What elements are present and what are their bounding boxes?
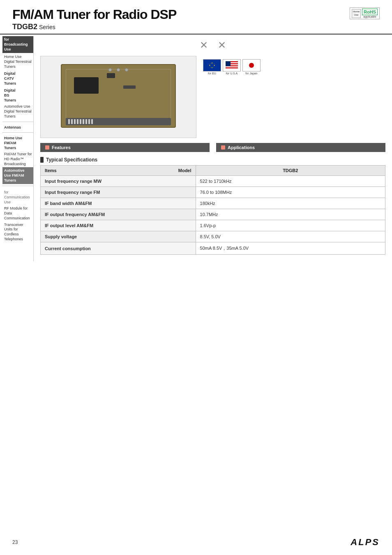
specs-row: Supply voltage8.5V, 5.0V bbox=[41, 231, 385, 242]
sidebar-item-transceiver[interactable]: Transceiver Units for Cordless Telephone… bbox=[2, 222, 33, 243]
eu-flag-svg bbox=[206, 61, 218, 69]
sidebar-item-comm-group: forCommunicationUse bbox=[2, 188, 33, 205]
specs-value: 522 to 1710kHz bbox=[196, 176, 385, 187]
eu-flag bbox=[203, 59, 221, 71]
jp-circle bbox=[249, 63, 254, 68]
sidebar-item-rf-module[interactable]: RF Module for Data Communication bbox=[2, 205, 33, 221]
features-bar: Features bbox=[40, 143, 210, 152]
page-header: FM/AM Tuner for Radio DSP TDGB2 Series bbox=[0, 0, 392, 35]
sidebar-divider-1 bbox=[2, 122, 33, 122]
region-jp: for Japan bbox=[242, 59, 261, 75]
specs-tbody: Input frequency range MW522 to 1710kHzIn… bbox=[41, 176, 385, 255]
eu-label: for EU bbox=[208, 72, 216, 75]
applicable-label: applicable bbox=[363, 15, 376, 18]
pcb-component-1 bbox=[107, 73, 115, 78]
alps-logo: ALPS bbox=[350, 537, 380, 548]
svg-rect-11 bbox=[226, 61, 231, 66]
sidebar-item-auto-terrestrial[interactable]: Automotive Use Digital Terrestrial Tuner… bbox=[2, 104, 33, 120]
svg-rect-10 bbox=[226, 67, 238, 69]
sidebar-item-home-terrestrial[interactable]: Home Use Digital Terrestrial Tuners bbox=[2, 54, 33, 70]
product-image bbox=[40, 56, 196, 138]
page-number: 23 bbox=[12, 539, 18, 545]
us-flag bbox=[223, 59, 241, 71]
pcb-pin-8 bbox=[88, 119, 90, 124]
sidebar-item-digital-catv[interactable]: DigitalCATVTuners bbox=[2, 70, 33, 87]
svg-rect-0 bbox=[206, 61, 218, 69]
specs-row: Current consumption50mA 8.5V，35mA 5.0V bbox=[41, 242, 385, 255]
sidebar-group-broadcasting: forBroadcastingUse bbox=[2, 36, 33, 53]
cross-icons-area: ✕ ✕ bbox=[40, 36, 385, 53]
pcb-component-2 bbox=[123, 85, 136, 89]
specs-item-label: IF band width AM&FM bbox=[41, 198, 196, 209]
features-label: Features bbox=[52, 145, 71, 150]
applications-bar: Applications bbox=[216, 143, 385, 152]
sidebar-divider-3 bbox=[2, 186, 33, 186]
pcb-chip bbox=[74, 77, 99, 94]
specs-table: Items Model TDGB2 Input frequency range … bbox=[40, 165, 385, 255]
pcb-pin-9 bbox=[91, 119, 93, 124]
specs-value: 76.0 to 108MHz bbox=[196, 187, 385, 198]
sidebar: forBroadcastingUse Home Use Digital Terr… bbox=[0, 36, 34, 261]
specs-row: IF output level AM&FM1.6Vp-p bbox=[41, 220, 385, 231]
pcb-pin-6 bbox=[83, 119, 84, 124]
pcb-pin-3 bbox=[74, 119, 76, 124]
svg-point-2 bbox=[212, 63, 212, 64]
pcb-dot-2 bbox=[117, 68, 120, 71]
specs-title: Typical Specifications bbox=[40, 157, 385, 163]
specs-item-label: Current consumption bbox=[41, 242, 196, 255]
rohs-badge: HomeUse RoHS applicable bbox=[350, 7, 380, 19]
home-use-label: HomeUse bbox=[353, 10, 360, 16]
specs-item-label: Input frequency range FM bbox=[41, 187, 196, 198]
svg-point-5 bbox=[214, 65, 215, 66]
svg-point-4 bbox=[210, 65, 210, 66]
pcb-pin-1 bbox=[68, 119, 70, 124]
pcb-pin-7 bbox=[85, 119, 87, 124]
sidebar-item-home-fmam[interactable]: Home UseFM/AMTuners bbox=[2, 134, 33, 151]
specs-value: 8.5V, 5.0V bbox=[196, 231, 385, 242]
page-body: forBroadcastingUse Home Use Digital Terr… bbox=[0, 36, 392, 261]
jp-label: for Japan bbox=[245, 72, 257, 75]
sidebar-item-digital-bs[interactable]: DigitalBSTuners bbox=[2, 87, 33, 104]
us-flag-svg bbox=[226, 61, 238, 69]
us-label: for U.S.A bbox=[226, 72, 238, 75]
specs-row: IF output frequency AM&FM10.7MHz bbox=[41, 209, 385, 220]
specs-row: IF band width AM&FM180kHz bbox=[41, 198, 385, 209]
sidebar-item-auto-fmam[interactable]: Automotive Use FM/AM Tuners bbox=[2, 167, 33, 184]
specs-item-label: IF output level AM&FM bbox=[41, 220, 196, 231]
specs-value: 50mA 8.5V，35mA 5.0V bbox=[196, 242, 385, 255]
specs-value: 180kHz bbox=[196, 198, 385, 209]
cross-icon-2: ✕ bbox=[218, 39, 226, 51]
home-use-icon: HomeUse bbox=[352, 9, 361, 18]
series-label: Series bbox=[39, 24, 55, 30]
page-title: FM/AM Tuner for Radio DSP bbox=[12, 7, 380, 22]
region-eu: for EU bbox=[203, 59, 221, 75]
main-content: ✕ ✕ bbox=[34, 36, 392, 261]
cross-icon-1: ✕ bbox=[200, 39, 208, 51]
specs-section: Typical Specifications Items Model TDGB2… bbox=[40, 157, 385, 255]
specs-item-label: IF output frequency AM&FM bbox=[41, 209, 196, 220]
pcb-board bbox=[61, 64, 176, 128]
region-info: for EU bbox=[203, 56, 261, 75]
feat-app-bar: Features Applications bbox=[40, 143, 385, 152]
specs-item-label: Input frequency range MW bbox=[41, 176, 196, 187]
specs-table-header: Items Model TDGB2 bbox=[41, 166, 385, 176]
specs-value: 10.7MHz bbox=[196, 209, 385, 220]
sidebar-item-fmam-hd[interactable]: FM/AM Tuner for HD Radio™ Broadcasting bbox=[2, 151, 33, 167]
specs-value: 1.6Vp-p bbox=[196, 220, 385, 231]
region-icons: for EU bbox=[203, 59, 261, 75]
specs-row: Input frequency range MW522 to 1710kHz bbox=[41, 176, 385, 187]
pcb-dot-1 bbox=[108, 68, 112, 71]
rohs-text: RoHS bbox=[362, 9, 378, 15]
pcb-dot-3 bbox=[125, 68, 128, 71]
items-header: Items Model bbox=[41, 166, 196, 176]
sidebar-item-antennas[interactable]: Antennas bbox=[2, 124, 33, 131]
pcb-pin-4 bbox=[77, 119, 78, 124]
pcb-pin-2 bbox=[71, 119, 73, 124]
pcb-pin-5 bbox=[80, 119, 81, 124]
region-us: for U.S.A bbox=[223, 59, 241, 75]
svg-point-3 bbox=[212, 67, 212, 68]
pcb-illustration bbox=[61, 64, 176, 130]
pcb-connector bbox=[66, 118, 171, 125]
sidebar-divider-2 bbox=[2, 132, 33, 133]
applications-label: Applications bbox=[228, 145, 255, 150]
